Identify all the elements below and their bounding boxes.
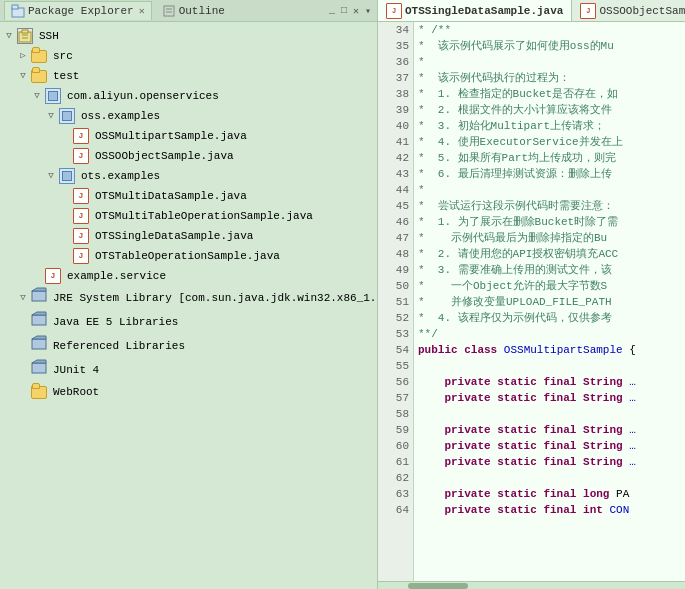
editor-tab-otssingle[interactable]: J OTSSingleDataSample.java [378,0,572,21]
code-area[interactable]: * /** * 该示例代码展示了如何使用oss的Mu * * 该示例代码执行的过… [414,22,685,581]
line-num-43: 43 [378,166,413,182]
svg-marker-16 [32,360,46,363]
tree-item-9[interactable]: JOTSMultiTableOperationSample.java [2,206,375,226]
tree-item-10[interactable]: JOTSSingleDataSample.java [2,226,375,246]
tree-toggle-3[interactable]: ▽ [32,91,42,101]
tree-label-16: JUnit 4 [53,361,99,379]
line-num-38: 38 [378,86,413,102]
tree-toggle-1[interactable]: ▷ [18,51,28,61]
tree-label-10: OTSSingleDataSample.java [95,227,253,245]
tree-toggle-11[interactable] [60,251,70,261]
tab-package-explorer[interactable]: Package Explorer ✕ [4,1,152,20]
editor-tab-ossobject-label: OSSOObjectSam... [599,5,685,17]
tree-item-3[interactable]: ▽com.aliyun.openservices [2,86,375,106]
tree-content: ▽SSH▷src▽test▽com.aliyun.openservices▽os… [0,22,377,589]
code-line-50: * 一个Object允许的最大字节数S [418,278,681,294]
menu-btn[interactable]: ▾ [363,5,373,17]
tree-label-15: Referenced Libraries [53,337,185,355]
code-line-49: * 3. 需要准确上传用的测试文件，该 [418,262,681,278]
scrollbar-thumb[interactable] [408,583,468,589]
java-icon-11: J [73,248,89,264]
tree-toggle-16[interactable] [18,365,28,375]
code-line-40: * 3. 初始化Multipart上传请求； [418,118,681,134]
tree-item-11[interactable]: JOTSTableOperationSample.java [2,246,375,266]
tab-package-explorer-close[interactable]: ✕ [139,5,145,17]
tree-toggle-6[interactable] [60,151,70,161]
tree-toggle-12[interactable] [32,271,42,281]
tree-item-6[interactable]: JOSSOObjectSample.java [2,146,375,166]
tab-outline-label: Outline [179,5,225,17]
line-num-56: 56 [378,374,413,390]
panel-tab-bar: Package Explorer ✕ Outline _ □ ✕ ▾ [0,0,377,22]
code-line-43: * 6. 最后清理掉测试资源：删除上传 [418,166,681,182]
code-line-59: private static final String … [418,422,681,438]
tree-label-2: test [53,67,79,85]
java-icon-10: J [73,228,89,244]
tree-label-9: OTSMultiTableOperationSample.java [95,207,313,225]
lib-icon-14 [31,311,47,333]
line-num-57: 57 [378,390,413,406]
package-icon-3 [45,88,61,104]
package-explorer-icon [11,4,25,18]
line-num-53: 53 [378,326,413,342]
left-panel: Package Explorer ✕ Outline _ □ ✕ ▾ ▽SSH▷… [0,0,378,589]
tree-item-17[interactable]: WebRoot [2,382,375,402]
tree-toggle-15[interactable] [18,341,28,351]
code-line-54: public class OSSMultipartSample { [418,342,681,358]
tree-toggle-9[interactable] [60,211,70,221]
folder-icon-2 [31,70,47,83]
line-num-42: 42 [378,150,413,166]
code-line-61: private static final String … [418,454,681,470]
code-line-44: * [418,182,681,198]
code-line-46: * 1. 为了展示在删除Bucket时除了需 [418,214,681,230]
tree-item-4[interactable]: ▽oss.examples [2,106,375,126]
line-num-58: 58 [378,406,413,422]
tree-item-2[interactable]: ▽test [2,66,375,86]
line-num-48: 48 [378,246,413,262]
java-icon-9: J [73,208,89,224]
tree-label-1: src [53,47,73,65]
tree-item-16[interactable]: JUnit 4 [2,358,375,382]
tree-item-0[interactable]: ▽SSH [2,26,375,46]
code-line-41: * 4. 使用ExecutorService并发在上 [418,134,681,150]
line-num-39: 39 [378,102,413,118]
java-file-icon-2: J [580,3,596,19]
tree-toggle-8[interactable] [60,191,70,201]
java-icon-6: J [73,148,89,164]
project-icon-0 [17,28,33,44]
minimize-btn[interactable]: _ [327,5,337,16]
tree-toggle-5[interactable] [60,131,70,141]
tree-toggle-0[interactable]: ▽ [4,31,14,41]
horizontal-scrollbar[interactable] [378,581,685,589]
tree-item-14[interactable]: Java EE 5 Libraries [2,310,375,334]
lib-icon-13 [31,287,47,309]
tree-item-1[interactable]: ▷src [2,46,375,66]
maximize-btn[interactable]: □ [339,5,349,16]
tree-item-15[interactable]: Referenced Libraries [2,334,375,358]
tab-outline[interactable]: Outline [156,2,231,20]
java-icon-8: J [73,188,89,204]
line-num-52: 52 [378,310,413,326]
tree-toggle-4[interactable]: ▽ [46,111,56,121]
code-line-36: * [418,54,681,70]
svg-rect-2 [164,6,174,16]
line-num-61: 61 [378,454,413,470]
editor-tab-ossobject[interactable]: J OSSOObjectSam... [572,0,685,21]
code-line-38: * 1. 检查指定的Bucket是否存在，如 [418,86,681,102]
line-num-36: 36 [378,54,413,70]
svg-rect-9 [32,291,46,301]
close-btn[interactable]: ✕ [351,5,361,17]
tree-item-8[interactable]: JOTSMultiDataSample.java [2,186,375,206]
tree-toggle-2[interactable]: ▽ [18,71,28,81]
tree-toggle-14[interactable] [18,317,28,327]
tree-toggle-13[interactable]: ▽ [18,293,28,303]
outline-icon [162,4,176,18]
tree-item-13[interactable]: ▽JRE System Library [com.sun.java.jdk.wi… [2,286,375,310]
tree-item-12[interactable]: Jexample.service [2,266,375,286]
tree-item-5[interactable]: JOSSMultipartSample.java [2,126,375,146]
line-num-49: 49 [378,262,413,278]
tree-item-7[interactable]: ▽ots.examples [2,166,375,186]
tree-toggle-7[interactable]: ▽ [46,171,56,181]
tree-toggle-10[interactable] [60,231,70,241]
tree-toggle-17[interactable] [18,387,28,397]
